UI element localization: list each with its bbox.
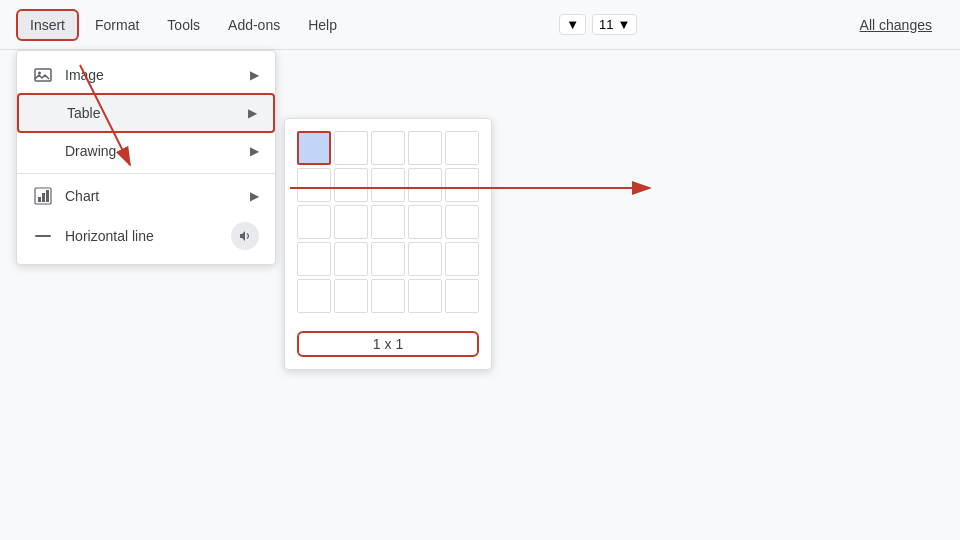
svg-rect-4 — [42, 193, 45, 202]
dropdown-container: Image ▶ Table ▶ Drawing ▶ — [16, 50, 492, 370]
grid-cell[interactable] — [445, 242, 479, 276]
grid-cell[interactable] — [297, 279, 331, 313]
font-dropdown-arrow-icon: ▼ — [566, 17, 579, 32]
chart-icon — [33, 186, 53, 206]
grid-label-wrapper: 1 x 1 — [297, 321, 479, 357]
grid-cell[interactable] — [371, 168, 405, 202]
grid-cell[interactable] — [445, 131, 479, 165]
chart-label: Chart — [65, 188, 238, 204]
grid-cell[interactable] — [297, 242, 331, 276]
table-placeholder-icon — [35, 103, 55, 123]
menu-item-insert[interactable]: Insert — [16, 9, 79, 41]
image-icon — [33, 65, 53, 85]
grid-cell[interactable] — [334, 279, 368, 313]
font-dropdown-arrow[interactable]: ▼ — [559, 14, 586, 35]
chart-arrow-icon: ▶ — [250, 189, 259, 203]
grid-cell[interactable] — [334, 131, 368, 165]
menu-item-tools[interactable]: Tools — [155, 11, 212, 39]
table-grid-container: 1 x 1 — [284, 118, 492, 370]
grid-cell[interactable] — [445, 279, 479, 313]
image-arrow-icon: ▶ — [250, 68, 259, 82]
menu-bar: Insert Format Tools Add-ons Help ▼ 11 ▼ … — [0, 0, 960, 50]
grid-cell[interactable] — [371, 205, 405, 239]
horizontal-line-label: Horizontal line — [65, 228, 211, 244]
grid-cell[interactable] — [445, 205, 479, 239]
svg-rect-3 — [38, 197, 41, 202]
grid-cell[interactable] — [408, 168, 442, 202]
dropdown-item-chart[interactable]: Chart ▶ — [17, 178, 275, 214]
insert-dropdown-menu: Image ▶ Table ▶ Drawing ▶ — [16, 50, 276, 265]
grid-cell[interactable] — [408, 242, 442, 276]
menu-item-allchanges[interactable]: All changes — [848, 11, 944, 39]
drawing-arrow-icon: ▶ — [250, 144, 259, 158]
grid-cell[interactable] — [371, 242, 405, 276]
grid-cell[interactable] — [334, 205, 368, 239]
grid-cell[interactable] — [334, 168, 368, 202]
svg-point-1 — [38, 72, 41, 75]
grid-cell[interactable] — [297, 131, 331, 165]
font-size-input[interactable]: 11 ▼ — [592, 14, 637, 35]
font-size-value: 11 — [599, 17, 613, 32]
svg-rect-5 — [46, 190, 49, 202]
menu-item-help[interactable]: Help — [296, 11, 349, 39]
font-size-arrow-icon: ▼ — [618, 17, 631, 32]
image-label: Image — [65, 67, 238, 83]
grid-cell[interactable] — [445, 168, 479, 202]
grid-cell[interactable] — [297, 168, 331, 202]
table-grid — [297, 131, 479, 313]
dropdown-item-drawing[interactable]: Drawing ▶ — [17, 133, 275, 169]
grid-size-label: 1 x 1 — [297, 331, 479, 357]
grid-cell[interactable] — [408, 205, 442, 239]
dropdown-item-image[interactable]: Image ▶ — [17, 57, 275, 93]
menu-item-addons[interactable]: Add-ons — [216, 11, 292, 39]
speaker-button[interactable] — [231, 222, 259, 250]
table-arrow-icon: ▶ — [248, 106, 257, 120]
grid-cell[interactable] — [371, 131, 405, 165]
grid-cell[interactable] — [371, 279, 405, 313]
divider-1 — [17, 173, 275, 174]
table-label: Table — [67, 105, 236, 121]
drawing-placeholder-icon — [33, 141, 53, 161]
grid-cell[interactable] — [334, 242, 368, 276]
menu-item-format[interactable]: Format — [83, 11, 151, 39]
grid-cell[interactable] — [297, 205, 331, 239]
grid-cell[interactable] — [408, 279, 442, 313]
drawing-label: Drawing — [65, 143, 238, 159]
horizontal-line-icon — [33, 226, 53, 246]
dropdown-item-table[interactable]: Table ▶ — [17, 93, 275, 133]
grid-cell[interactable] — [408, 131, 442, 165]
dropdown-item-horizontalline[interactable]: Horizontal line — [17, 214, 275, 258]
